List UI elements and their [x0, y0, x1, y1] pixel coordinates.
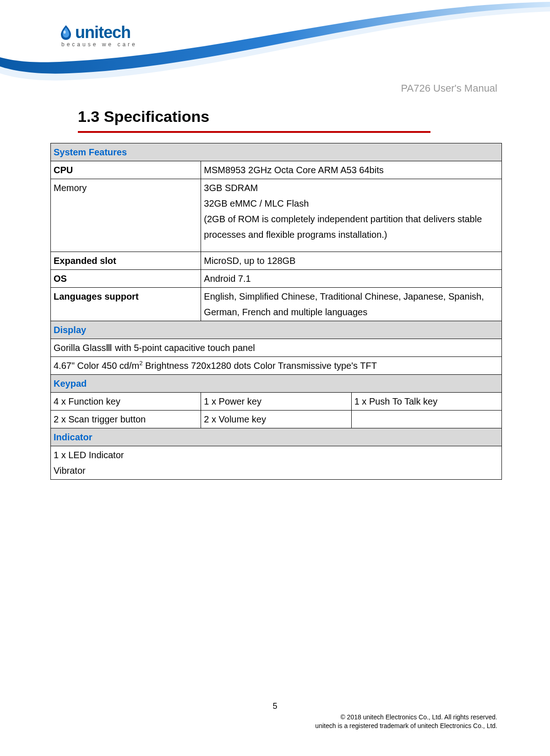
table-section-system-features: System Features	[51, 143, 502, 161]
spec-label-languages: Languages support	[51, 288, 201, 321]
page-footer: 5 © 2018 unitech Electronics Co., Ltd. A…	[0, 701, 550, 731]
specifications-table: System Features CPU MSM8953 2GHz Octa Co…	[50, 143, 502, 480]
table-row: 4.67" Color 450 cd/m2 Brightness 720x128…	[51, 357, 502, 375]
table-row: 2 x Scan trigger button 2 x Volume key	[51, 411, 502, 428]
table-row: Expanded slot MicroSD, up to 128GB	[51, 252, 502, 270]
table-section-keypad: Keypad	[51, 375, 502, 393]
table-row: Gorilla GlassⅢ with 5-point capacitive t…	[51, 339, 502, 357]
table-row: OS Android 7.1	[51, 270, 502, 288]
content-area: 1.3 Specifications System Features CPU M…	[78, 108, 500, 480]
table-row: Memory 3GB SDRAM 32GB eMMC / MLC Flash (…	[51, 179, 502, 252]
table-row: 1 x LED Indicator Vibrator	[51, 446, 502, 480]
spec-value-cpu: MSM8953 2GHz Octa Core ARM A53 64bits	[201, 161, 502, 179]
keypad-cell: 2 x Scan trigger button	[51, 411, 201, 428]
spec-display-row1: Gorilla GlassⅢ with 5-point capacitive t…	[51, 339, 502, 357]
spec-label-expanded-slot: Expanded slot	[51, 252, 201, 270]
spec-label-os: OS	[51, 270, 201, 288]
section-underline	[78, 131, 430, 133]
spec-label-cpu: CPU	[51, 161, 201, 179]
table-row: CPU MSM8953 2GHz Octa Core ARM A53 64bit…	[51, 161, 502, 179]
spec-value-languages: English, Simplified Chinese, Traditional…	[201, 288, 502, 321]
document-title: PA726 User's Manual	[401, 82, 497, 94]
spec-value-memory: 3GB SDRAM 32GB eMMC / MLC Flash (2GB of …	[201, 179, 502, 252]
indicator-cell: 1 x LED Indicator Vibrator	[51, 446, 502, 480]
spec-value-expanded-slot: MicroSD, up to 128GB	[201, 252, 502, 270]
logo-tagline: because we care	[61, 41, 151, 48]
keypad-cell: 4 x Function key	[51, 393, 201, 411]
spec-label-memory: Memory	[51, 179, 201, 252]
page-number: 5	[0, 701, 550, 711]
table-row: Languages support English, Simplified Ch…	[51, 288, 502, 321]
section-heading: 1.3 Specifications	[78, 108, 500, 126]
spec-value-os: Android 7.1	[201, 270, 502, 288]
table-row: 4 x Function key 1 x Power key 1 x Push …	[51, 393, 502, 411]
keypad-cell: 2 x Volume key	[201, 411, 351, 428]
logo-drop-icon	[60, 24, 72, 41]
table-section-indicator: Indicator	[51, 428, 502, 446]
keypad-cell: 1 x Power key	[201, 393, 351, 411]
logo-text: unitech	[75, 23, 131, 42]
copyright-text: © 2018 unitech Electronics Co., Ltd. All…	[0, 713, 550, 731]
svg-point-0	[64, 31, 66, 34]
keypad-cell: 1 x Push To Talk key	[351, 393, 501, 411]
keypad-cell	[351, 411, 501, 428]
logo: unitech because we care	[60, 23, 151, 48]
table-section-display: Display	[51, 321, 502, 339]
spec-display-row2: 4.67" Color 450 cd/m2 Brightness 720x128…	[51, 357, 502, 375]
